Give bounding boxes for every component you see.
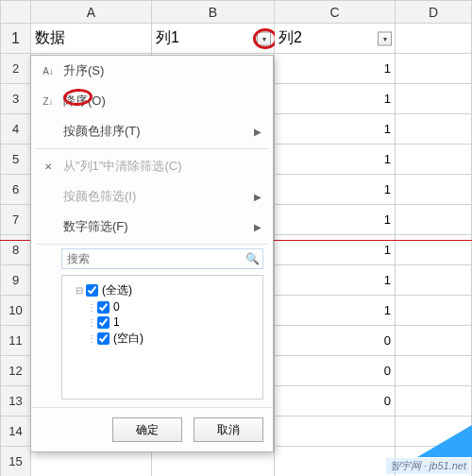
header-B-label: 列1 bbox=[156, 29, 179, 45]
search-icon: 🔍 bbox=[242, 249, 262, 268]
cell-C9[interactable]: 1 bbox=[275, 265, 396, 296]
sort-desc-label: 降序(O) bbox=[63, 93, 106, 110]
filter-by-color-label: 按颜色筛选(I) bbox=[63, 188, 136, 205]
filter-item-label: (全选) bbox=[102, 282, 132, 298]
clear-filter-icon: ✕ bbox=[41, 159, 56, 174]
col-C[interactable]: C bbox=[275, 1, 396, 24]
filter-item-label: (空白) bbox=[113, 331, 143, 347]
col-D[interactable]: D bbox=[396, 1, 472, 24]
filter-item-1[interactable]: ⋮ 1 bbox=[68, 314, 257, 330]
filter-item-label: 1 bbox=[113, 315, 120, 329]
watermark: 智宇网 · jb51.net bbox=[386, 458, 470, 474]
checkbox-1[interactable] bbox=[97, 316, 110, 329]
clear-filter: ✕ 从"列1"中清除筛选(C) bbox=[31, 151, 273, 181]
row-num[interactable]: 1 bbox=[1, 24, 31, 54]
ok-button[interactable]: 确定 bbox=[112, 417, 182, 442]
cell-C11[interactable]: 0 bbox=[275, 326, 396, 356]
filter-button-C[interactable]: ▾ bbox=[378, 31, 392, 45]
filter-by-color: 按颜色筛选(I) ▶ bbox=[31, 181, 273, 212]
header-A[interactable]: 数据 bbox=[31, 24, 152, 54]
cell-C13[interactable]: 0 bbox=[275, 386, 396, 416]
row-num[interactable]: 7 bbox=[1, 205, 31, 235]
row-num[interactable]: 6 bbox=[1, 175, 31, 205]
number-filter-label: 数字筛选(F) bbox=[63, 218, 128, 235]
submenu-indicator-icon: ▶ bbox=[254, 192, 261, 202]
filter-search-input[interactable] bbox=[62, 249, 242, 268]
filter-item-blank[interactable]: ⋮ (空白) bbox=[68, 330, 257, 348]
cancel-button[interactable]: 取消 bbox=[194, 417, 263, 442]
checkbox-0[interactable] bbox=[97, 301, 110, 314]
row-num[interactable]: 3 bbox=[1, 84, 31, 114]
tree-expand-icon: ⊟ bbox=[76, 285, 84, 296]
row-num[interactable]: 10 bbox=[1, 296, 31, 326]
sort-asc-icon: A↓ bbox=[41, 63, 56, 78]
clear-filter-label: 从"列1"中清除筛选(C) bbox=[63, 158, 182, 175]
cell-C4[interactable]: 1 bbox=[275, 114, 396, 144]
col-A[interactable]: A bbox=[31, 1, 152, 24]
header-C[interactable]: 列2 ▾ bbox=[275, 24, 396, 54]
row-num[interactable]: 14 bbox=[1, 416, 31, 447]
number-filter[interactable]: 数字筛选(F) ▶ bbox=[31, 212, 273, 242]
cell-C12[interactable]: 0 bbox=[275, 356, 396, 386]
header-C-label: 列2 bbox=[278, 29, 302, 45]
sort-asc-label: 升序(S) bbox=[63, 62, 104, 79]
submenu-indicator-icon: ▶ bbox=[254, 127, 261, 137]
checkbox-select-all[interactable] bbox=[86, 284, 98, 297]
sort-desc[interactable]: Z↓ 降序(O) bbox=[31, 86, 273, 116]
sort-asc[interactable]: A↓ 升序(S) bbox=[31, 56, 273, 86]
cell-C5[interactable]: 1 bbox=[275, 144, 396, 175]
submenu-indicator-icon: ▶ bbox=[254, 222, 261, 232]
row-num[interactable]: 11 bbox=[1, 326, 31, 356]
row-num[interactable]: 15 bbox=[1, 447, 31, 477]
cell-C10[interactable]: 1 bbox=[275, 296, 396, 326]
row-num[interactable]: 8 bbox=[1, 235, 31, 265]
col-B[interactable]: B bbox=[152, 1, 275, 24]
cell-C7[interactable]: 1 bbox=[275, 205, 396, 235]
filter-button-B[interactable]: ▾ bbox=[257, 31, 271, 45]
header-A-label: 数据 bbox=[35, 29, 65, 45]
sort-by-color[interactable]: 按颜色排序(T) ▶ bbox=[31, 116, 273, 146]
filter-item-label: 0 bbox=[113, 300, 120, 314]
page-curl-decoration bbox=[417, 425, 472, 457]
sort-desc-icon: Z↓ bbox=[41, 94, 56, 109]
filter-search[interactable]: 🔍 bbox=[61, 248, 263, 269]
row-num[interactable]: 2 bbox=[1, 54, 31, 84]
header-B[interactable]: 列1 ▾ bbox=[152, 24, 275, 54]
filter-item-select-all[interactable]: ⊟ (全选) bbox=[68, 281, 257, 299]
cell-C8[interactable]: 1 bbox=[275, 235, 396, 265]
cell-C2[interactable]: 1 bbox=[275, 54, 396, 84]
row-num[interactable]: 4 bbox=[1, 114, 31, 144]
row-num[interactable]: 13 bbox=[1, 386, 31, 416]
filter-values-tree: ⊟ (全选) ⋮ 0 ⋮ 1 ⋮ (空白) bbox=[61, 275, 263, 400]
row-num[interactable]: 5 bbox=[1, 144, 31, 175]
checkbox-blank[interactable] bbox=[97, 332, 110, 345]
filter-item-0[interactable]: ⋮ 0 bbox=[68, 299, 257, 314]
filter-dropdown: A↓ 升序(S) Z↓ 降序(O) 按颜色排序(T) ▶ ✕ 从"列1"中清除筛… bbox=[30, 55, 274, 452]
cell-C6[interactable]: 1 bbox=[275, 175, 396, 205]
row-num[interactable]: 12 bbox=[1, 356, 31, 386]
cell-C3[interactable]: 1 bbox=[275, 84, 396, 114]
row-num[interactable]: 9 bbox=[1, 265, 31, 296]
sort-by-color-label: 按颜色排序(T) bbox=[63, 123, 141, 140]
